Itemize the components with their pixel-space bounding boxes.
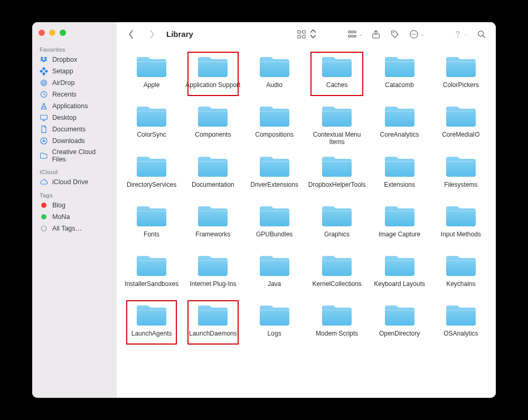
folder-item[interactable]: Fonts [122,199,181,246]
folder-item[interactable]: ColorPickers [431,50,491,97]
folder-icon [444,102,478,129]
folder-item[interactable]: InstallerSandboxes [122,249,181,296]
sidebar-item[interactable]: AirDrop [32,77,117,89]
chevron-left-icon [126,30,136,39]
folder-icon [135,102,168,129]
folder-item[interactable]: OSAnalytics [431,298,491,346]
folder-icon [320,152,354,179]
finder-window: FavoritesDropboxSetappAirDropRecentsAppl… [32,22,496,398]
forward-button[interactable] [145,27,159,41]
svg-point-10 [41,226,46,231]
sidebar-item[interactable]: iCloud Drive [32,176,117,188]
svg-rect-12 [303,30,305,33]
action-button[interactable]: ⌵ [407,27,426,41]
folder-item[interactable]: ColorSync [122,99,181,147]
applications-icon [40,102,48,110]
chevron-down-icon: ⌵ [421,32,423,37]
folder-item[interactable]: Audio [245,50,304,97]
folder-icon [383,152,417,179]
folder-item[interactable]: Contextual Menu Items [306,99,368,147]
folder-label: Java [247,280,302,295]
svg-rect-2 [44,70,48,73]
folder-icon [383,252,417,278]
folder-label: Image Capture [372,231,427,245]
folder-label: InstallerSandboxes [124,280,179,295]
folder-item[interactable]: Apple [122,50,181,97]
sidebar-item[interactable]: Creative Cloud Files [32,147,117,165]
sidebar-item[interactable]: Documents [32,123,117,135]
svg-rect-15 [348,31,351,33]
folder-item[interactable]: CoreMediaIO [431,99,491,147]
sidebar-item[interactable]: MoNa [32,211,117,223]
folder-item[interactable]: Filesystems [431,149,491,197]
folder-item[interactable]: Graphics [306,199,368,246]
sidebar-item[interactable]: Applications [32,100,117,112]
chevron-right-icon [147,30,157,39]
sidebar-item-label: iCloud Drive [52,178,88,186]
folder-label: Catacomb [372,81,427,96]
tag-dot [40,201,48,209]
folder-item[interactable]: Internet Plug-Ins [183,249,242,296]
folder-item[interactable]: LaunchAgents [122,298,181,346]
sidebar-item-label: Applications [52,102,88,110]
folder-label: Graphics [308,231,366,245]
svg-point-25 [413,34,414,35]
folder-label: CoreAnalytics [372,131,427,146]
share-button[interactable] [369,27,383,41]
folder-item[interactable]: DropboxHelperTools [306,149,368,197]
folder-label: Application Support [185,81,240,96]
group-button[interactable]: ⌵ [345,27,364,41]
folder-item[interactable]: KernelCollections [306,249,368,296]
folder-item[interactable]: Compositions [245,99,304,147]
folder-item[interactable]: CoreAnalytics [370,99,429,147]
sidebar-item-label: Documents [52,126,86,133]
alltags-icon [40,224,48,233]
folder-icon [135,53,168,79]
folder-item[interactable]: Extensions [370,149,429,197]
folder-icon [320,102,354,129]
sidebar-item[interactable]: Dropbox [32,54,117,65]
close-button[interactable] [39,30,45,36]
minimize-button[interactable] [49,30,55,36]
sidebar-item[interactable]: Setapp [32,65,117,77]
folder-item[interactable]: Frameworks [183,199,242,246]
help-button[interactable]: ⌵ [451,27,469,41]
search-button[interactable] [475,27,488,41]
tags-button[interactable] [388,27,402,41]
zoom-button[interactable] [60,30,66,36]
folder-item[interactable]: Input Methods [431,199,491,246]
sidebar-item[interactable]: Blog [32,199,117,211]
folder-item[interactable]: Application Support [183,50,242,97]
folder-item[interactable]: DirectoryServices [122,149,181,197]
folder-item[interactable]: Modem Scripts [306,298,368,346]
folder-icon [444,301,478,328]
sidebar-item-label: Downloads [52,137,85,145]
folder-item[interactable]: Documentation [183,149,242,197]
folder-item[interactable]: LaunchDaemons [183,298,242,346]
folder-item[interactable]: Catacomb [370,50,429,97]
folder-item[interactable]: Logs [245,298,304,346]
folder-item[interactable]: Keyboard Layouts [370,249,429,296]
window-controls [32,26,117,42]
folder-label: Filesystems [433,181,488,196]
folder-label: Compositions [247,131,302,146]
folder-icon [444,202,478,228]
folder-item[interactable]: DriverExtensions [245,149,304,197]
folder-item[interactable]: Keychains [431,249,491,296]
cloud-icon [40,178,48,186]
sidebar-item[interactable]: All Tags… [32,223,117,234]
folder-item[interactable]: OpenDirectory [370,298,429,346]
folder-item[interactable]: Java [245,249,304,296]
sidebar-item[interactable]: Downloads [32,135,117,147]
folder-item[interactable]: Image Capture [370,199,429,246]
svg-point-27 [457,36,458,37]
back-button[interactable] [124,27,138,41]
sidebar-item[interactable]: Desktop [32,112,117,123]
folder-item[interactable]: Components [183,99,242,147]
sidebar-item[interactable]: Recents [32,89,117,100]
view-icon-button[interactable] [295,27,320,42]
folder-icon [135,301,168,328]
icon-view-icon [297,30,306,39]
folder-item[interactable]: GPUBundles [245,199,304,246]
folder-item[interactable]: Caches [306,50,368,97]
